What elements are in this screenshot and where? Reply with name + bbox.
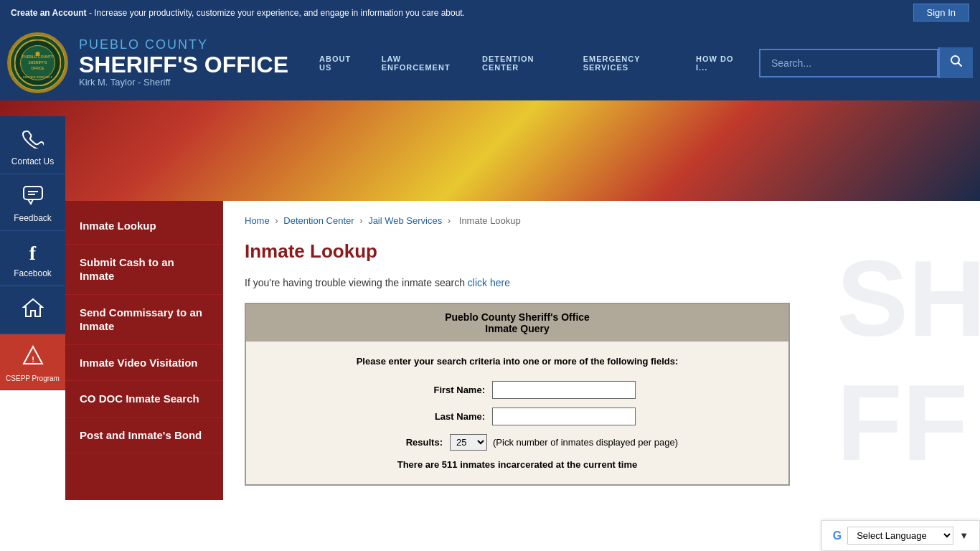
org-sub: Kirk M. Taylor - Sheriff <box>79 77 288 88</box>
logo-emblem: PUEBLO COUNTY SHERIFF'S OFFICE SERVICE O… <box>11 36 65 90</box>
org-line2: SHERIFF'S OFFICE <box>79 52 288 77</box>
breadcrumb-jailweb[interactable]: Jail Web Services <box>368 215 442 226</box>
svg-text:SERVICE OVER SELF: SERVICE OVER SELF <box>23 75 53 79</box>
results-note: (Pick number of inmates displayed per pa… <box>493 437 678 448</box>
first-name-row: First Name: <box>275 381 760 399</box>
hero-banner <box>0 100 980 201</box>
frame-header-line2: Inmate Query <box>253 323 781 334</box>
search-input[interactable] <box>759 49 938 77</box>
info-text-content: If you're having trouble viewing the inm… <box>245 277 468 288</box>
breadcrumb-detention[interactable]: Detention Center <box>283 215 354 226</box>
sidebar-item-feedback[interactable]: Feedback <box>0 174 65 231</box>
sidebar-item-facebook[interactable]: f Facebook <box>0 231 65 286</box>
logo-circle: PUEBLO COUNTY SHERIFF'S OFFICE SERVICE O… <box>7 32 68 93</box>
topbar-message: - Increase your productivity, customize … <box>89 8 465 18</box>
breadcrumb-current: Inmate Lookup <box>459 215 521 226</box>
main-nav: ABOUT US LAW ENFORCEMENT DETENTION CENTE… <box>308 55 752 72</box>
results-label: Results: <box>357 437 443 448</box>
inmate-instruction: Please enter your search criteria into o… <box>275 356 760 367</box>
last-name-label: Last Name: <box>399 411 485 422</box>
menu-item-inmate-lookup[interactable]: Inmate Lookup <box>65 208 223 245</box>
feedback-icon <box>4 185 62 209</box>
breadcrumb: Home › Detention Center › Jail Web Servi… <box>245 215 958 226</box>
svg-text:!: ! <box>32 355 34 364</box>
logo-area: PUEBLO COUNTY SHERIFF'S OFFICE SERVICE O… <box>7 25 308 100</box>
inmate-count: There are 511 inmates incarcerated at th… <box>275 459 760 470</box>
results-select[interactable]: 10 25 50 100 <box>450 434 487 451</box>
sidebar-item-home[interactable] <box>0 286 65 334</box>
nav-detention[interactable]: DETENTION CENTER <box>471 55 573 72</box>
sidebar-label-csepp: CSEPP Program <box>4 375 62 382</box>
watermark: SHERIFF <box>837 237 980 485</box>
sidebar-label-facebook: Facebook <box>4 268 62 278</box>
hero-overlay <box>0 100 980 201</box>
results-row: Results: 10 25 50 100 (Pick number of in… <box>275 434 760 451</box>
menu-item-video-visitation[interactable]: Inmate Video Visitation <box>65 345 223 382</box>
click-here-link[interactable]: click here <box>468 277 510 288</box>
org-name: PUEBLO COUNTY SHERIFF'S OFFICE Kirk M. T… <box>79 38 288 88</box>
top-bar: Create an Account - Increase your produc… <box>0 0 980 25</box>
frame-header-line1: Pueblo County Sheriff's Office <box>253 311 781 323</box>
first-name-label: First Name: <box>399 385 485 395</box>
sign-in-button[interactable]: Sign In <box>913 4 969 22</box>
nav-how-do-i[interactable]: HOW DO I... <box>685 55 752 72</box>
menu-item-post-bond[interactable]: Post and Inmate's Bond <box>65 418 223 454</box>
org-line1: PUEBLO COUNTY <box>79 38 288 52</box>
sidebar-label-feedback: Feedback <box>4 213 62 223</box>
nav-emergency[interactable]: EMERGENCY SERVICES <box>573 55 685 72</box>
nav-about[interactable]: ABOUT US <box>308 55 371 72</box>
left-menu: Inmate Lookup Submit Cash to an Inmate S… <box>65 201 223 500</box>
main-container: Inmate Lookup Submit Cash to an Inmate S… <box>65 201 980 500</box>
sidebar-item-csepp[interactable]: ! CSEPP Program <box>0 334 65 390</box>
facebook-icon: f <box>4 242 62 265</box>
phone-icon <box>4 127 62 153</box>
google-logo: G <box>833 529 842 542</box>
svg-point-5 <box>36 52 40 56</box>
breadcrumb-sep-1: › <box>275 215 281 226</box>
search-button[interactable] <box>938 47 973 78</box>
svg-marker-12 <box>24 299 42 316</box>
chevron-down-icon: ▼ <box>959 530 969 541</box>
menu-item-submit-cash[interactable]: Submit Cash to an Inmate <box>65 245 223 295</box>
first-name-input[interactable] <box>492 381 636 399</box>
menu-item-commissary[interactable]: Send Commissary to an Inmate <box>65 295 223 345</box>
svg-line-8 <box>958 63 962 67</box>
content-area: SHERIFF Home › Detention Center › Jail W… <box>223 201 980 500</box>
header: PUEBLO COUNTY SHERIFF'S OFFICE SERVICE O… <box>0 25 980 100</box>
sidebar-label-contact: Contact Us <box>4 156 62 166</box>
search-area <box>759 47 973 78</box>
inmate-frame: Pueblo County Sheriff's Office Inmate Qu… <box>245 303 790 486</box>
left-sidebar: Contact Us Feedback f Facebook ! <box>0 116 65 390</box>
breadcrumb-home[interactable]: Home <box>245 215 270 226</box>
nav-law-enforcement[interactable]: LAW ENFORCEMENT <box>371 55 471 72</box>
last-name-row: Last Name: <box>275 408 760 425</box>
svg-text:SHERIFF'S: SHERIFF'S <box>29 60 48 65</box>
menu-item-co-doc[interactable]: CO DOC Inmate Search <box>65 381 223 418</box>
breadcrumb-sep-2: › <box>359 215 365 226</box>
create-account-link[interactable]: Create an Account <box>11 8 87 18</box>
svg-rect-9 <box>24 187 42 199</box>
sidebar-item-contact[interactable]: Contact Us <box>0 116 65 174</box>
translate-bar: G Select Language ▼ <box>821 520 980 551</box>
csepp-icon: ! <box>4 345 62 371</box>
last-name-input[interactable] <box>492 408 636 425</box>
home-icon <box>4 297 62 323</box>
inmate-frame-header: Pueblo County Sheriff's Office Inmate Qu… <box>246 304 788 342</box>
svg-text:OFFICE: OFFICE <box>31 66 44 70</box>
inmate-frame-body: Please enter your search criteria into o… <box>246 342 788 484</box>
breadcrumb-sep-3: › <box>448 215 453 226</box>
language-select[interactable]: Select Language <box>847 527 953 545</box>
